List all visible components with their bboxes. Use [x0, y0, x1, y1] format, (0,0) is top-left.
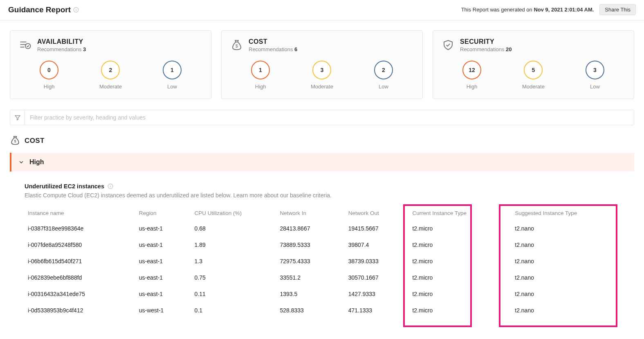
metric-moderate[interactable]: 3Moderate — [311, 61, 333, 90]
table-cell: i-00316432a341ede75 — [25, 286, 136, 302]
severity-label: High — [29, 158, 44, 166]
table-cell: i-06b6fb615d540f271 — [25, 253, 136, 269]
metric-high[interactable]: 0High — [40, 61, 58, 90]
table-cell: us-east-1 — [136, 286, 191, 302]
table-cell: 19415.5667 — [345, 220, 409, 237]
table-cell: 33551.2 — [277, 269, 345, 286]
info-icon[interactable] — [73, 7, 79, 13]
table-cell: 30570.1667 — [345, 269, 409, 286]
table-cell: t2.micro — [409, 302, 512, 319]
detail-panel: Underutilized EC2 instances Elastic Comp… — [10, 172, 634, 319]
table-cell: 73889.5333 — [277, 237, 345, 253]
detail-title: Underutilized EC2 instances — [25, 183, 104, 190]
card-subtitle: Recommendations 6 — [249, 46, 297, 52]
page-title: Guidance Report — [8, 5, 71, 14]
svg-text:$: $ — [14, 139, 16, 143]
table-cell: 528.8333 — [277, 302, 345, 319]
table-row[interactable]: i-0387f318ee998364eus-east-10.6828413.86… — [25, 220, 623, 237]
table-cell: us-east-1 — [136, 237, 191, 253]
table-cell: 1.3 — [191, 253, 277, 269]
info-icon[interactable] — [108, 183, 113, 189]
table-cell: 1427.9333 — [345, 286, 409, 302]
table-cell: t2.micro — [409, 286, 512, 302]
col-instance-name[interactable]: Instance name — [25, 206, 136, 220]
table-cell: us-east-1 — [136, 220, 191, 237]
table-cell: 28413.8667 — [277, 220, 345, 237]
filter-icon[interactable] — [10, 110, 25, 125]
card-availability[interactable]: AVAILABILITY Recommendations 3 0High 2Mo… — [10, 30, 211, 99]
metric-low[interactable]: 3Low — [586, 61, 604, 90]
table-header-row: Instance name Region CPU Utilization (%)… — [25, 206, 623, 220]
table-cell: 0.75 — [191, 269, 277, 286]
metric-moderate[interactable]: 5Moderate — [522, 61, 545, 90]
card-subtitle: Recommendations 20 — [460, 46, 512, 52]
section-title: COST — [25, 137, 45, 145]
cost-icon: $ — [10, 135, 20, 147]
table-cell: t2.micro — [409, 253, 512, 269]
table-cell: t2.nano — [512, 286, 623, 302]
card-title: AVAILABILITY — [37, 38, 86, 45]
table-cell: t2.nano — [512, 237, 623, 253]
table-row[interactable]: i-062839ebe6bf888fdus-east-10.7533551.23… — [25, 269, 623, 286]
table-cell: t2.nano — [512, 253, 623, 269]
table-cell: t2.nano — [512, 269, 623, 286]
card-subtitle: Recommendations 3 — [37, 46, 86, 52]
table-row[interactable]: i-0d5338953b9c4f412us-west-10.1528.83334… — [25, 302, 623, 319]
detail-description: Elastic Compute Cloud (EC2) instances de… — [25, 192, 623, 199]
col-suggested-type[interactable]: Suggested Instance Type — [512, 206, 623, 220]
table-cell: 0.68 — [191, 220, 277, 237]
shield-icon — [442, 39, 454, 52]
table-cell: i-0387f318ee998364e — [25, 220, 136, 237]
table-row[interactable]: i-00316432a341ede75us-east-10.111393.514… — [25, 286, 623, 302]
col-cpu[interactable]: CPU Utilization (%) — [191, 206, 277, 220]
card-title: SECURITY — [460, 38, 512, 45]
table-cell: 72975.4333 — [277, 253, 345, 269]
summary-cards: AVAILABILITY Recommendations 3 0High 2Mo… — [10, 30, 634, 99]
table-cell: t2.nano — [512, 302, 623, 319]
filter-bar — [10, 110, 634, 125]
severity-row-high[interactable]: High — [10, 153, 634, 172]
generated-prefix: This Report was generated on — [461, 7, 534, 13]
table-cell: t2.nano — [512, 220, 623, 237]
topbar: Guidance Report This Report was generate… — [0, 0, 644, 20]
table-cell: 0.1 — [191, 302, 277, 319]
metric-low[interactable]: 2Low — [374, 61, 393, 90]
ec2-table: Instance name Region CPU Utilization (%)… — [25, 206, 623, 319]
metric-high[interactable]: 12High — [462, 61, 481, 90]
table-cell: 39807.4 — [345, 237, 409, 253]
table-cell: t2.micro — [409, 269, 512, 286]
table-cell: t2.micro — [409, 237, 512, 253]
col-network-out[interactable]: Network Out — [345, 206, 409, 220]
table-cell: i-062839ebe6bf888fd — [25, 269, 136, 286]
card-cost[interactable]: $ COST Recommendations 6 1High 3Moderate… — [221, 30, 423, 99]
col-current-type[interactable]: Current Instance Type — [409, 206, 512, 220]
svg-point-2 — [76, 8, 76, 9]
table-cell: 38739.0333 — [345, 253, 409, 269]
share-button[interactable]: Share This — [599, 4, 636, 15]
svg-text:$: $ — [236, 43, 238, 48]
table-cell: 471.1333 — [345, 302, 409, 319]
card-security[interactable]: SECURITY Recommendations 20 12High 5Mode… — [433, 30, 634, 99]
table-cell: i-007fde8a95248f580 — [25, 237, 136, 253]
table-cell: us-east-1 — [136, 253, 191, 269]
col-network-in[interactable]: Network In — [277, 206, 345, 220]
table-cell: us-east-1 — [136, 269, 191, 286]
filter-input[interactable] — [25, 110, 634, 125]
svg-point-11 — [110, 185, 110, 185]
section-header-cost: $ COST — [10, 134, 634, 147]
col-region[interactable]: Region — [136, 206, 191, 220]
table-row[interactable]: i-007fde8a95248f580us-east-11.8973889.53… — [25, 237, 623, 253]
card-title: COST — [249, 38, 297, 45]
metric-low[interactable]: 1Low — [163, 61, 182, 90]
metric-moderate[interactable]: 2Moderate — [99, 61, 122, 90]
generated-date: Nov 9, 2021 2:01:04 AM. — [534, 7, 594, 13]
table-row[interactable]: i-06b6fb615d540f271us-east-11.372975.433… — [25, 253, 623, 269]
table-cell: 1393.5 — [277, 286, 345, 302]
table-cell: 1.89 — [191, 237, 277, 253]
generated-text: This Report was generated on Nov 9, 2021… — [461, 7, 594, 13]
table-cell: us-west-1 — [136, 302, 191, 319]
table-cell: t2.micro — [409, 220, 512, 237]
metric-high[interactable]: 1High — [251, 61, 270, 90]
chevron-down-icon — [18, 159, 25, 165]
table-cell: i-0d5338953b9c4f412 — [25, 302, 136, 319]
